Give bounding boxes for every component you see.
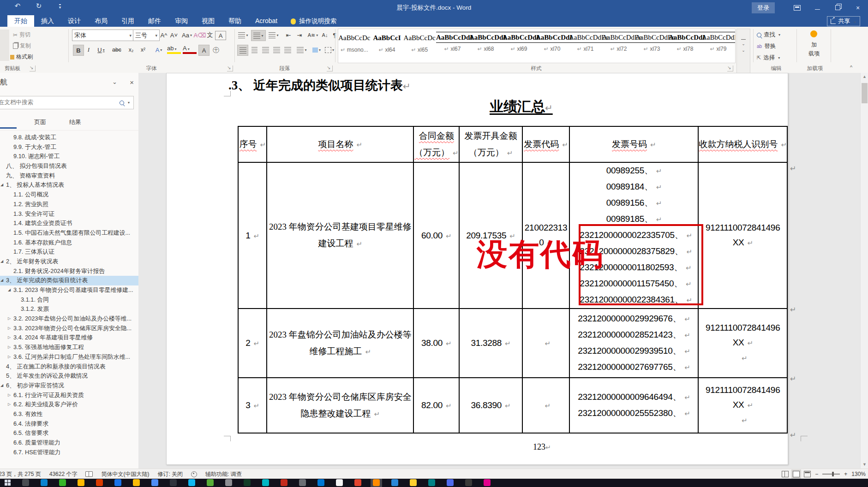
style-item-xl73[interactable]: AaBbCcDdEe↵ xl73 <box>635 29 669 63</box>
scroll-up-icon[interactable]: ▲ <box>861 73 868 81</box>
tree-expanded-icon[interactable]: ◢ <box>0 276 3 285</box>
nav-item-34[interactable]: 6.7. HSE管理能力 <box>0 448 138 457</box>
column-header[interactable]: 发票代码↵ <box>522 126 570 162</box>
column-header[interactable]: 项目名称↵ <box>267 126 413 162</box>
nav-close-icon[interactable]: × <box>130 78 134 86</box>
clear-formatting-button[interactable]: A⌫ <box>195 30 205 40</box>
cell-invoiced-amount[interactable]: 36.8390↵ <box>459 378 522 433</box>
nav-options-chevron-icon[interactable]: ⌄ <box>112 78 117 85</box>
taskbar-app-icon[interactable] <box>78 479 84 486</box>
style-item-xl68[interactable]: AaBbCcDdI↵ xl68 <box>469 29 503 63</box>
addins-button[interactable]: 加 载项 <box>801 41 827 58</box>
justify-button[interactable] <box>271 45 281 55</box>
change-case-button[interactable]: Aa▾ <box>180 30 194 40</box>
document-canvas[interactable]: .3、 近年完成的类似项目统计表↵ 业绩汇总↵ 序号↵项目名称↵合同金额（万元）… <box>138 73 860 469</box>
nav-item-20[interactable]: ▷3.2. 2023年盘锦分公司加油站及办公楼等维... <box>0 314 138 324</box>
font-size-select[interactable]: 三号▾ <box>133 30 160 41</box>
word-count-label[interactable]: 43622 个字 <box>49 470 78 478</box>
cell-contract-amount[interactable]: 82.00↵ <box>413 378 459 433</box>
nav-item-33[interactable]: 6.6. 质量管理能力 <box>0 438 138 448</box>
tree-collapsed-icon[interactable]: ▷ <box>8 391 11 400</box>
font-name-select[interactable]: 宋体▾ <box>72 30 134 41</box>
shading-button[interactable]: ▾ <box>310 45 323 55</box>
taskbar-app-icon[interactable] <box>281 479 287 486</box>
addin-icon[interactable] <box>810 30 817 37</box>
align-right-button[interactable] <box>260 45 270 55</box>
column-header[interactable]: 收款方纳税人识别号↵ <box>698 126 787 162</box>
paste-button[interactable] <box>0 30 9 61</box>
nav-item-25[interactable]: 4、 正在施工的和新承接的项目情况表 <box>0 362 138 372</box>
text-effects-button[interactable]: A▾ <box>152 45 165 55</box>
asian-layout-button[interactable]: A≋▾ <box>306 30 319 40</box>
style-item-xl69[interactable]: AaBbCcDdI↵ xl69 <box>503 29 536 63</box>
scroll-down-icon[interactable]: ▼ <box>861 461 868 469</box>
nav-tab-results[interactable]: 结果 <box>69 118 81 126</box>
nav-item-16[interactable]: ◢3、 近年完成的类似项目统计表 <box>0 276 138 285</box>
cut-button[interactable]: ✂ 剪切 <box>13 31 30 39</box>
cell-seq[interactable]: 3↵ <box>238 378 267 433</box>
taskbar-app-icon[interactable] <box>465 479 472 486</box>
tree-expanded-icon[interactable]: ◢ <box>0 180 3 190</box>
nav-item-23[interactable]: ▷3.5. 张强基地地面修复工程 <box>0 343 138 352</box>
increase-indent-button[interactable]: ⇥ <box>294 30 305 40</box>
nav-item-31[interactable]: 6.4. 法律要求 <box>0 419 138 429</box>
taskbar-app-icon[interactable] <box>299 479 306 486</box>
read-mode-icon[interactable] <box>782 471 789 477</box>
taskbar-app-icon[interactable] <box>447 479 454 486</box>
taskbar-app-icon[interactable] <box>262 479 269 486</box>
cell-payee-tax-id[interactable]: 9121110072841496XX↵ <box>698 162 787 309</box>
nav-item-21[interactable]: ▷3.3. 2023年物资分公司仓储库区库房安全隐... <box>0 324 138 333</box>
align-left-button[interactable] <box>237 45 248 56</box>
nav-item-10[interactable]: 1.4. 建筑企业资质证书 <box>0 219 138 228</box>
page-count-label[interactable]: 第 23 页，共 275 页 <box>0 470 41 478</box>
styles-more-button[interactable]: ⌄⌄ <box>736 29 750 73</box>
ribbon-tab-布局[interactable]: 布局 <box>88 15 114 27</box>
nav-item-13[interactable]: 1.7. 三体系认证 <box>0 247 138 257</box>
ribbon-tab-引用[interactable]: 引用 <box>114 15 141 27</box>
nav-item-30[interactable]: 6.3. 有效性 <box>0 410 138 419</box>
borders-button[interactable]: ▾ <box>324 45 335 55</box>
collapse-ribbon-icon[interactable]: ^ <box>850 65 852 70</box>
nav-item-22[interactable]: ▷3.4. 2024 年基建项目零星维修 <box>0 333 138 343</box>
column-header[interactable]: 发票号码↵ <box>569 126 698 162</box>
enclose-characters-button[interactable]: ㊉ <box>210 45 221 55</box>
style-item-xl65[interactable]: AaBbCcDc↵ xl65 <box>403 29 436 63</box>
tree-collapsed-icon[interactable]: ▷ <box>8 400 11 410</box>
nav-item-32[interactable]: 6.5. 信誉要求 <box>0 428 138 438</box>
vertical-scrollbar[interactable]: ▲ ▼ <box>860 73 868 469</box>
format-painter-button[interactable]: 格式刷 <box>10 53 33 61</box>
taskbar-app-icon[interactable] <box>96 479 103 486</box>
nav-item-8[interactable]: 1.2. 营业执照 <box>0 200 138 209</box>
cell-seq[interactable]: 2↵ <box>238 309 267 378</box>
zoom-slider[interactable] <box>822 474 840 475</box>
bold-button[interactable]: B <box>73 45 84 56</box>
cell-payee-tax-id[interactable]: 9121110072841496XX↵↵ <box>698 378 787 433</box>
font-color-button[interactable]: A▾ <box>183 45 197 55</box>
character-shading-button[interactable]: A <box>198 45 210 56</box>
nav-item-26[interactable]: 5、 近年发生的诉讼及仲裁情况 <box>0 371 138 381</box>
tree-collapsed-icon[interactable]: ▷ <box>8 333 11 343</box>
tree-collapsed-icon[interactable]: ▷ <box>8 352 11 362</box>
style-item-xl70[interactable]: AaBbCcDdI↵ xl70 <box>536 29 569 63</box>
accessibility-label[interactable]: 辅助功能: 调查 <box>205 470 242 478</box>
replace-button[interactable]: ab 替换 <box>757 42 776 50</box>
underline-button[interactable]: U▾ <box>94 45 108 55</box>
character-border-button[interactable]: A <box>215 31 226 40</box>
bullets-button[interactable]: ▾ <box>237 30 249 40</box>
taskbar-app-icon[interactable] <box>188 479 195 486</box>
cell-invoiced-amount[interactable]: 31.3288↵ <box>459 309 522 378</box>
clipboard-dialog-launcher-icon[interactable]: ↘ <box>30 65 36 71</box>
print-layout-icon[interactable] <box>793 471 800 477</box>
nav-item-5[interactable]: 九、 资格审查资料 <box>0 171 138 181</box>
style-item-xl79[interactable]: AaBbCcDdEe↵ xl79 <box>702 29 735 63</box>
taskbar-app-icon[interactable] <box>317 479 324 486</box>
line-spacing-button[interactable]: ▾ <box>295 45 308 55</box>
select-button[interactable]: ⇱ 选择▾ <box>757 54 780 62</box>
zoom-level[interactable]: 130% <box>851 471 866 477</box>
taskbar-app-icon[interactable] <box>354 479 361 486</box>
signin-button[interactable]: 登录 <box>752 2 775 13</box>
nav-item-17[interactable]: ◢3.1. 2023 年物资分公司基建项目零星维修建... <box>0 285 138 295</box>
ribbon-tab-审阅[interactable]: 审阅 <box>168 15 195 27</box>
decrease-indent-button[interactable]: ⇤ <box>283 30 293 40</box>
taskbar-app-icon[interactable] <box>391 479 398 486</box>
